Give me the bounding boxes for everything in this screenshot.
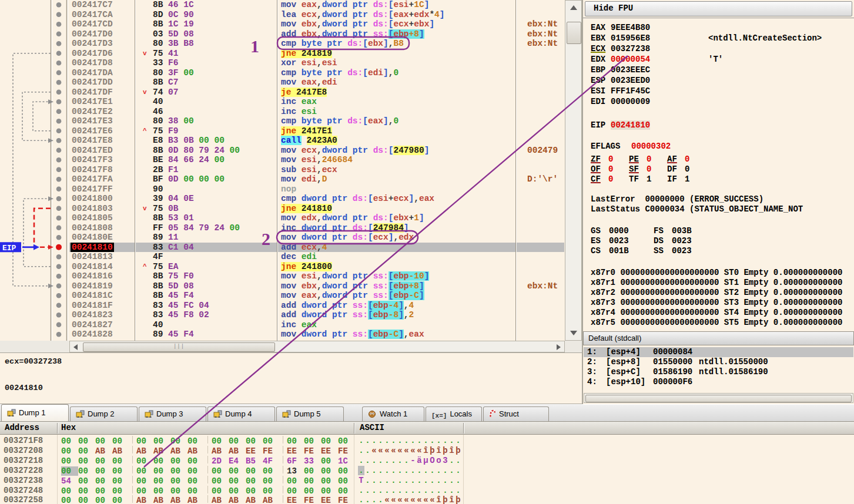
dump-address: 00327238 — [4, 476, 43, 485]
argument-row[interactable]: 2:[esp+8]01550000ntdll.01550000 — [584, 357, 853, 367]
disasm-row[interactable]: 002417E6^75 F9jne 2417E1 — [0, 126, 564, 136]
disasm-row[interactable]: 002418168B 75 F0mov esi,dword ptr ss:[eb… — [0, 271, 564, 281]
disasm-row[interactable]: 002417F3BE 84 66 24 00mov esi,246684 — [0, 155, 564, 165]
tab-label: Watch 1 — [380, 409, 407, 418]
disasm-row[interactable]: 002417D380 3B B8cmp byte ptr ds:[ebx],B8… — [0, 39, 564, 49]
tab-dump-1[interactable]: Dump 1 — [1, 404, 69, 421]
disasm-row[interactable]: 002417DFv74 07je 2417E8 — [0, 88, 564, 98]
disasm-row[interactable]: 002417CA8D 0C 90lea ecx,dword ptr ds:[ea… — [0, 10, 564, 20]
disasm-row[interactable]: 002417E8E8 B3 0B 00 00call 2423A0 — [0, 136, 564, 146]
dump-row[interactable]: 0032721800000000000000002DE4B54F6F33001C… — [0, 456, 854, 466]
tab-struct[interactable]: Struct — [483, 406, 549, 421]
x87-row[interactable]: x87r0 00000000000000000000 ST0 Empty 0.0… — [591, 268, 854, 278]
disasm-row[interactable]: 002417FF90nop — [0, 184, 564, 194]
last-status-row[interactable]: LastStatus C0000034 (STATUS_OBJECT_NAME_… — [591, 204, 854, 214]
register-row[interactable]: ECX00327238 — [591, 44, 854, 54]
flags-row[interactable]: ZF0PE0AF0 — [591, 154, 854, 164]
disasm-row[interactable]: 002417E246inc esi — [0, 107, 564, 117]
tab-dump-2[interactable]: Dump 2 — [70, 406, 138, 421]
dump-row[interactable]: 003272080000ABABABABABABABABEEFEEEFEEEFE… — [0, 446, 854, 456]
register-row[interactable]: ESIFFF1F45C — [591, 86, 854, 96]
disasm-row[interactable]: 002417D003 5D 08add ebx,dword ptr ss:[eb… — [0, 29, 564, 39]
register-row[interactable]: EBP0023EEEC — [591, 65, 854, 75]
locals-icon: [x=] — [431, 411, 447, 419]
disasm-row[interactable]: 0024182740inc eax — [0, 320, 564, 330]
argument-row[interactable]: 3:[esp+C]01586190ntdll.01586190 — [584, 367, 853, 377]
disasm-row[interactable]: 002418134Fdec edi — [0, 252, 564, 262]
disasm-row[interactable]: 002417CD8B 1C 19mov ebx,dword ptr ds:[ec… — [0, 19, 564, 29]
disasm-row[interactable]: 0024182889 45 F4mov dword ptr ss:[ebp-C]… — [0, 330, 564, 340]
address-cell: 00241805 — [72, 213, 113, 223]
tab-dump-5[interactable]: Dump 5 — [276, 406, 344, 421]
disasm-row[interactable]: 002417E140inc eax — [0, 97, 564, 107]
dump-row[interactable]: 0032722800000000000000000000000013000000… — [0, 466, 854, 476]
hide-fpu-button[interactable]: Hide FPU — [585, 1, 852, 16]
flags-row[interactable]: OF0SF0DF0 — [591, 164, 854, 174]
tab-dump-3[interactable]: Dump 3 — [139, 406, 206, 421]
register-row[interactable]: EAX9EEE4B80 — [591, 23, 854, 33]
dump-row[interactable]: 003271F800000000000000000000000000000000… — [0, 436, 854, 446]
disasm-row[interactable]: 0024180E89 11mov dword ptr ds:[ecx],edx — [0, 233, 564, 243]
args-hscrollbar[interactable] — [584, 393, 853, 403]
tab-watch-1[interactable]: Watch 1 — [362, 406, 424, 421]
disasm-row[interactable]: 002417DD8B C7mov eax,edi — [0, 78, 564, 88]
segment-row[interactable]: GS0000FS003B — [591, 226, 854, 236]
register-row[interactable]: EDI00000009 — [591, 97, 854, 107]
segment-row[interactable]: ES0023DS0023 — [591, 236, 854, 246]
disasm-row[interactable]: 0024180039 04 0Ecmp dword ptr ds:[esi+ec… — [0, 194, 564, 204]
disasm-row[interactable]: 002417FABF 0D 00 00 00mov edi,DD:'\r' — [0, 174, 564, 184]
tab-dump-4[interactable]: Dump 4 — [207, 406, 275, 421]
register-name: EDI — [591, 97, 605, 106]
disasm-row[interactable]: 002417ED8B 0D 80 79 24 00mov ecx,dword p… — [0, 146, 564, 156]
dump-row[interactable]: 0032725800000000ABABABABABABABABEEFEEEFE… — [0, 495, 854, 504]
eflags-row[interactable]: EFLAGS00000302 — [591, 142, 854, 152]
disasm-hscrollbar[interactable] — [69, 341, 565, 352]
tab-locals[interactable]: [x=]Locals — [426, 406, 482, 421]
x87-row[interactable]: x87r1 00000000000000000000 ST1 Empty 0.0… — [591, 278, 854, 288]
x87-row[interactable]: x87r5 00000000000000000000 ST5 Empty 0.0… — [591, 318, 854, 328]
scroll-down-icon[interactable] — [570, 331, 577, 335]
register-row[interactable]: ESP0023EED0 — [591, 76, 854, 86]
dump-col-ascii: ASCII — [360, 423, 384, 432]
disasm-row[interactable]: 002417D6v75 41jne 241819 — [0, 49, 564, 59]
disasm-row[interactable]: 00241814^75 EAjne 241800 — [0, 262, 564, 272]
flags-row[interactable]: CF0TF1IF1 — [591, 174, 854, 184]
argument-row[interactable]: 4:[esp+10]000000F6 — [584, 377, 853, 387]
dump-row[interactable]: 0032724800000000000000000000000000000000… — [0, 486, 854, 496]
scroll-right-icon[interactable] — [557, 344, 561, 350]
disasm-row[interactable]: 002418198B 5D 08mov ebx,dword ptr ss:[eb… — [0, 281, 564, 291]
disasm-row[interactable]: 002417E380 38 00cmp byte ptr ds:[eax],0 — [0, 116, 564, 126]
x87-row[interactable]: x87r3 00000000000000000000 ST3 Empty 0.0… — [591, 298, 854, 308]
argument-row[interactable]: 1:[esp+4]00000084 — [584, 347, 853, 357]
segment-row[interactable]: CS001BSS0023 — [591, 246, 854, 256]
scroll-up-icon[interactable] — [570, 5, 577, 10]
vscroll-thumb[interactable] — [567, 22, 581, 44]
instruction-cell: jne 241800 — [281, 262, 332, 272]
scroll-left-icon[interactable] — [73, 344, 78, 350]
register-row-eip[interactable]: EIP00241810 — [591, 120, 854, 130]
disasm-row[interactable]: 0024181083 C1 04add ecx,4 — [0, 243, 564, 253]
x87-row[interactable]: x87r4 00000000000000000000 ST4 Empty 0.0… — [591, 308, 854, 318]
instruction-cell: call 2423A0 — [281, 136, 337, 146]
disasm-row[interactable]: 0024181F83 45 FC 04add dword ptr ss:[ebp… — [0, 301, 564, 311]
disasm-row[interactable]: 002417F82B F1sub esi,ecx — [0, 165, 564, 175]
disasm-row[interactable]: 002417DA80 3F 00cmp byte ptr ds:[edi],0 — [0, 68, 564, 78]
disasm-row[interactable]: 002417D833 F6xor esi,esi — [0, 58, 564, 68]
disasm-row[interactable]: 00241808FF 05 84 79 24 00inc dword ptr d… — [0, 223, 564, 233]
register-row[interactable]: EBX015956E8<ntdll.NtCreateSection> — [591, 33, 854, 43]
hscroll-thumb[interactable] — [83, 342, 275, 352]
x87-row[interactable]: x87r2 00000000000000000000 ST2 Empty 0.0… — [591, 288, 854, 298]
register-row[interactable]: EDX00000054'T' — [591, 55, 854, 65]
calling-convention-select[interactable]: Default (stdcall) — [583, 331, 854, 345]
register-name: EBX — [591, 33, 605, 43]
tab-label: Dump 4 — [225, 409, 252, 418]
disasm-row[interactable]: 0024181C8B 45 F4mov eax,dword ptr ss:[eb… — [0, 291, 564, 301]
disasm-row[interactable]: 002418058B 53 01mov edx,dword ptr ds:[eb… — [0, 213, 564, 223]
disasm-row[interactable]: 00241803v75 0Bjne 241810 — [0, 204, 564, 214]
disasm-row[interactable]: 0024182383 45 F8 02add dword ptr ss:[ebp… — [0, 310, 564, 320]
args-scroll-thumb[interactable] — [585, 395, 852, 402]
last-error-row[interactable]: LastError 00000000 (ERROR_SUCCESS) — [591, 194, 854, 204]
dump-row[interactable]: 0032723854000000000000000000000000000000… — [0, 476, 854, 486]
disasm-row[interactable]: 002417C78B 46 1Cmov eax,dword ptr ds:[es… — [0, 0, 564, 10]
disasm-vscrollbar[interactable] — [565, 0, 582, 341]
